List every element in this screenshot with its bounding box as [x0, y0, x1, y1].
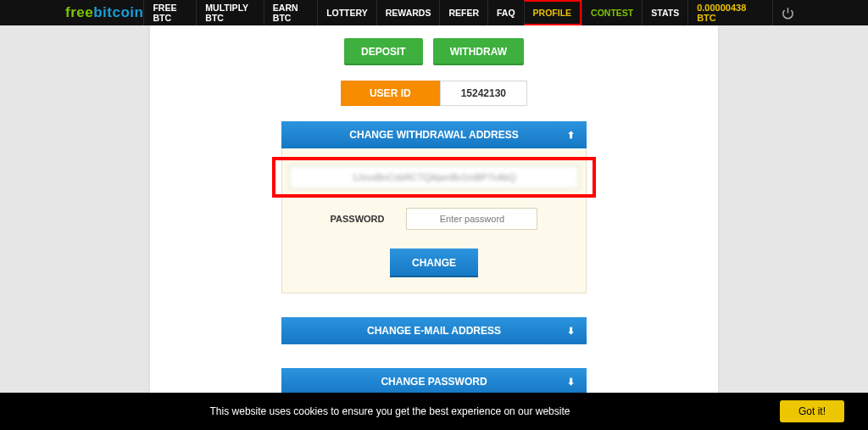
panel-email[interactable]: CHANGE E-MAIL ADDRESS ⬇ [281, 317, 587, 344]
arrow-down-icon: ⬇ [567, 377, 575, 388]
nav-rewards[interactable]: REWARDS [376, 0, 440, 25]
password-input[interactable] [406, 208, 537, 230]
nav-faq[interactable]: FAQ [487, 0, 524, 25]
panel-title: CHANGE PASSWORD [381, 376, 487, 388]
deposit-button[interactable]: DEPOSIT [344, 38, 423, 65]
nav-refer[interactable]: REFER [439, 0, 487, 25]
nav-contest[interactable]: CONTEST [581, 0, 642, 25]
nav-multiply-btc[interactable]: MULTIPLY BTC [196, 0, 264, 25]
nav-profile[interactable]: PROFILE [524, 0, 582, 25]
logout-button[interactable] [772, 0, 803, 25]
change-button[interactable]: CHANGE [390, 249, 478, 277]
power-icon [782, 7, 794, 20]
withdraw-button[interactable]: WITHDRAW [433, 38, 524, 65]
site-logo[interactable]: freebitcoin [65, 4, 143, 21]
panel-withdrawal-body: PASSWORD CHANGE [281, 148, 587, 293]
nav-lottery[interactable]: LOTTERY [317, 0, 376, 25]
withdrawal-address-input[interactable] [289, 165, 579, 189]
user-id-label: USER ID [341, 81, 440, 106]
address-highlight-box [272, 157, 596, 198]
nav-stats[interactable]: STATS [642, 0, 687, 25]
top-navbar: freebitcoin FREE BTC MULTIPLY BTC EARN B… [0, 0, 868, 25]
nav-free-btc[interactable]: FREE BTC [143, 0, 196, 25]
page-content: DEPOSIT WITHDRAW USER ID 15242130 CHANGE… [150, 25, 718, 430]
cookie-text: This website uses cookies to ensure you … [0, 405, 780, 417]
nav-earn-btc[interactable]: EARN BTC [264, 0, 317, 25]
user-id-value: 15242130 [440, 81, 527, 106]
nav-links: FREE BTC MULTIPLY BTC EARN BTC LOTTERY R… [143, 0, 687, 25]
arrow-down-icon: ⬇ [567, 326, 575, 337]
panel-withdrawal-address[interactable]: CHANGE WITHDRAWAL ADDRESS ⬆ [281, 121, 587, 148]
panel-password[interactable]: CHANGE PASSWORD ⬇ [281, 368, 587, 395]
password-label: PASSWORD [331, 214, 385, 224]
cookie-banner: This website uses cookies to ensure you … [0, 393, 868, 430]
cookie-accept-button[interactable]: Got it! [780, 400, 844, 422]
arrow-up-icon: ⬆ [567, 130, 575, 141]
balance-display: 0.00000438 BTC [687, 0, 772, 25]
user-id-row: USER ID 15242130 [150, 81, 718, 106]
panel-title: CHANGE WITHDRAWAL ADDRESS [349, 129, 518, 141]
panel-title: CHANGE E-MAIL ADDRESS [367, 325, 501, 337]
